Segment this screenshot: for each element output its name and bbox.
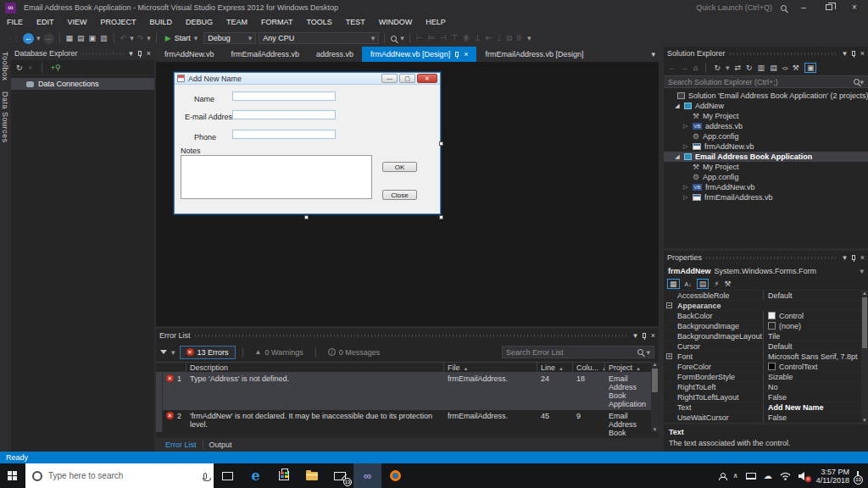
restore-button[interactable] (821, 2, 837, 14)
window-position-dropdown[interactable] (633, 331, 637, 340)
tree-item-address-vb[interactable]: VB address.vb (664, 121, 868, 131)
property-row[interactable]: ForeColor ControlText (664, 362, 868, 372)
designed-form[interactable]: Add New Name — ▢ ✕ Name E-mail Address P… (174, 72, 441, 214)
column-description[interactable]: Description (186, 363, 444, 372)
column-file[interactable]: File▲ (444, 363, 537, 372)
firefox-button[interactable] (381, 463, 409, 488)
configuration-dropdown[interactable]: Debug (203, 32, 256, 44)
align-middles-icon[interactable]: ⋕ (462, 31, 470, 45)
action-center-button[interactable]: 13 (857, 472, 859, 480)
minimize-button[interactable]: – (795, 2, 812, 14)
menu-debug[interactable]: DEBUG (179, 15, 220, 30)
property-row[interactable]: UseWaitCursorFalse (664, 413, 868, 423)
window-position-dropdown[interactable] (129, 49, 133, 58)
property-row-text[interactable]: TextAdd New Name (664, 402, 868, 413)
menu-build[interactable]: BUILD (143, 15, 180, 30)
new-project-icon[interactable] (65, 31, 75, 45)
property-row[interactable]: RightToLeftLayoutFalse (664, 392, 868, 402)
navigate-forward-button[interactable]: → (43, 33, 54, 44)
tree-item-my-project[interactable]: My Project (664, 111, 868, 121)
microphone-icon[interactable] (203, 473, 207, 480)
tree-item-app-config[interactable]: App.config (664, 172, 868, 182)
start-debug-button[interactable]: ▶ Start (162, 34, 201, 42)
task-view-button[interactable] (214, 463, 242, 488)
tree-item-solution[interactable]: Solution 'Email Address Book Application… (664, 91, 868, 101)
tab-frmaddnew-design-active[interactable]: frmAddNew.vb [Design] × (362, 47, 476, 62)
undo-dropdown[interactable] (130, 34, 134, 42)
navigate-back-dropdown[interactable] (36, 34, 41, 42)
mail-button[interactable]: 13 (326, 463, 353, 488)
redo-dropdown[interactable] (147, 34, 151, 42)
save-icon[interactable] (88, 31, 97, 45)
spacing-icon[interactable]: ⊪ (515, 31, 525, 45)
platform-dropdown[interactable]: Any CPU (259, 32, 379, 44)
property-category-appearance[interactable]: −Appearance (664, 301, 868, 311)
menu-edit[interactable]: EDIT (30, 15, 61, 30)
tree-item-app-config[interactable]: App.config (664, 131, 868, 141)
home-icon[interactable] (693, 64, 698, 72)
tab-frmaddnew-code[interactable]: frmAddNew.vb (156, 47, 223, 62)
menu-help[interactable]: HELP (419, 15, 453, 30)
filter-icon[interactable] (160, 350, 167, 354)
expand-icon[interactable]: + (666, 353, 672, 359)
notes-textbox[interactable] (181, 155, 372, 199)
menu-file[interactable]: FILE (0, 15, 30, 30)
solution-explorer-search-input[interactable]: Search Solution Explorer (Ctrl+;) (664, 75, 868, 88)
align-rights-icon[interactable]: ⊣ (438, 31, 448, 45)
onedrive-cloud-icon[interactable]: ☁ (764, 472, 772, 480)
column-line[interactable]: Line▲ (537, 363, 573, 372)
taskbar-search-input[interactable]: Type here to search (25, 463, 214, 488)
align-lefts-icon[interactable]: ⊢ (415, 31, 425, 45)
tab-frmemailaddress-code[interactable]: frmEmailAddress.vb (223, 47, 309, 62)
undo-icon[interactable] (120, 31, 128, 45)
window-position-dropdown[interactable] (843, 49, 847, 58)
same-height-icon[interactable]: ⌶ (496, 31, 503, 45)
view-designer-icon[interactable] (804, 63, 817, 73)
column-column[interactable]: Colu...▲ (573, 363, 605, 372)
resize-handle-bottom[interactable] (304, 215, 309, 219)
events-icon[interactable] (714, 280, 719, 288)
property-row[interactable]: BackgroundImage (none) (664, 321, 868, 331)
close-panel-icon[interactable] (147, 49, 151, 58)
quick-launch-search-icon[interactable] (781, 5, 787, 11)
alphabetical-icon[interactable] (685, 280, 692, 288)
refresh-icon[interactable] (16, 64, 23, 72)
open-file-icon[interactable] (76, 31, 86, 45)
save-all-icon[interactable] (99, 31, 108, 45)
property-row[interactable]: BackColor Control (664, 311, 868, 321)
winforms-design-surface[interactable]: Add New Name — ▢ ✕ Name E-mail Address P… (156, 62, 659, 326)
close-panel-icon[interactable] (860, 253, 865, 262)
sync-with-active-document-icon[interactable] (714, 64, 721, 72)
tab-data-sources[interactable]: Data Sources (0, 86, 10, 148)
menu-team[interactable]: TEAM (220, 15, 254, 30)
tab-toolbox[interactable]: Toolbox (0, 47, 10, 86)
tree-item-frmaddnew-vb[interactable]: frmAddNew.vb (664, 141, 868, 152)
property-row[interactable]: FormBorderStyleSizable (664, 372, 868, 382)
property-row[interactable]: AccessibleRoleDefault (664, 291, 868, 301)
filter-dropdown[interactable] (171, 348, 175, 357)
property-pages-icon[interactable] (725, 280, 732, 288)
resize-handle-right[interactable] (439, 141, 443, 146)
properties-scrollbar[interactable]: ▲▼ (861, 291, 868, 423)
properties-view-icon[interactable] (697, 279, 709, 289)
edge-button[interactable]: e (242, 463, 270, 488)
name-textbox[interactable] (232, 92, 336, 101)
back-icon[interactable] (668, 64, 676, 72)
menu-project[interactable]: PROJECT (94, 15, 143, 30)
phone-textbox[interactable] (232, 130, 336, 139)
tree-item-data-connections[interactable]: Data Connections (11, 78, 154, 90)
close-panel-icon[interactable] (651, 331, 655, 340)
tree-item-email-project-selected[interactable]: Email Address Book Application (664, 152, 868, 162)
quick-launch-input[interactable]: Quick Launch (Ctrl+Q) (696, 3, 772, 12)
tree-item-frmemailaddress-vb[interactable]: frmEmailAddress.vb (664, 192, 868, 202)
show-all-files-icon[interactable] (770, 64, 777, 72)
close-button[interactable]: × (846, 2, 863, 14)
menu-tools[interactable]: TOOLS (299, 15, 338, 30)
properties-icon[interactable] (793, 64, 799, 72)
find-dropdown[interactable] (400, 34, 404, 42)
same-size-icon[interactable]: ⧉ (505, 31, 513, 45)
align-tops-icon[interactable]: ⊤ (450, 31, 459, 45)
warnings-filter-button[interactable]: ▲ 0 Warnings (250, 348, 309, 357)
show-hidden-icons-chevron[interactable]: ∧ (733, 472, 738, 480)
add-connection-icon[interactable]: +⚲ (51, 64, 61, 72)
